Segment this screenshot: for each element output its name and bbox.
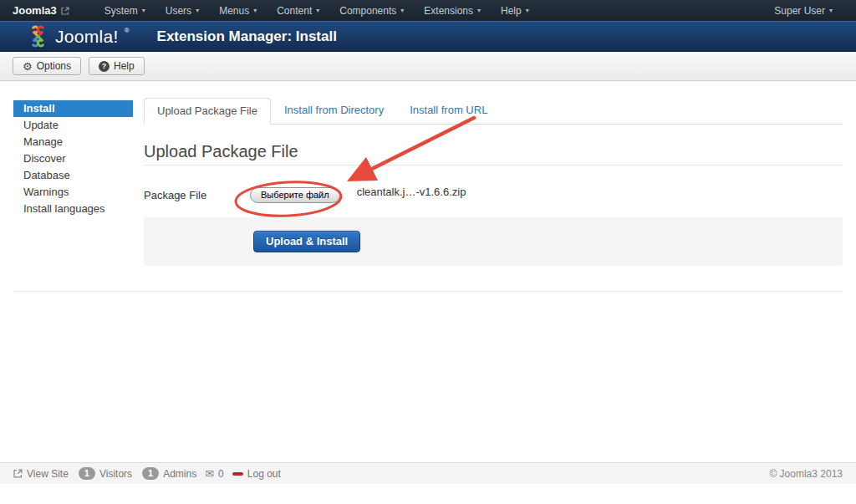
view-site-label: View Site: [27, 468, 69, 480]
status-bar: View Site 1 Visitors 1 Admins ✉ 0 Log ou…: [0, 462, 856, 484]
menu-menus[interactable]: Menus▾: [209, 0, 267, 21]
external-link-icon: [61, 7, 69, 15]
tab-bar: Upload Package File Install from Directo…: [144, 98, 843, 125]
admins-count-badge: 1: [142, 467, 159, 480]
help-button-label: Help: [114, 60, 135, 72]
toolbar: ⚙ Options ? Help: [0, 52, 856, 81]
logout-label: Log out: [247, 468, 281, 480]
package-file-row: Package File Выберите файл cleantalk.j…-…: [144, 187, 843, 203]
sidebar-item-database[interactable]: Database: [13, 167, 133, 184]
package-file-label: Package File: [144, 189, 250, 201]
menu-components[interactable]: Components▾: [329, 0, 414, 21]
caret-down-icon: ▾: [196, 8, 199, 14]
logout-icon: [232, 472, 243, 476]
caret-down-icon: ▾: [142, 8, 145, 14]
logout-link[interactable]: Log out: [232, 468, 281, 480]
menu-extensions[interactable]: Extensions▾: [414, 0, 491, 21]
external-link-icon: [13, 469, 23, 478]
logo-registered-mark: ®: [125, 27, 130, 34]
main-panel: Upload Package File Install from Directo…: [144, 98, 843, 266]
messages-count: 0: [218, 468, 224, 480]
choose-file-button[interactable]: Выберите файл: [250, 187, 340, 203]
help-icon: ?: [99, 61, 110, 72]
caret-down-icon: ▾: [526, 8, 529, 14]
sidebar-item-install-languages[interactable]: Install languages: [13, 201, 133, 217]
sidebar-item-update[interactable]: Update: [13, 117, 133, 134]
visitors-status: 1 Visitors: [79, 467, 132, 480]
form-actions: Upload & Install: [144, 217, 843, 266]
brand-label: Joomla3: [13, 4, 57, 17]
visitors-count-badge: 1: [79, 467, 95, 480]
logo-text: Joomla!: [55, 27, 119, 47]
messages-link[interactable]: ✉ 0: [205, 468, 224, 480]
visitors-label: Visitors: [99, 468, 132, 480]
tab-install-from-directory[interactable]: Install from Directory: [272, 98, 396, 125]
menu-system[interactable]: System▾: [94, 0, 155, 21]
menu-content[interactable]: Content▾: [267, 0, 329, 21]
joomla-logo-icon: [27, 25, 49, 48]
sidebar-item-discover[interactable]: Discover: [13, 150, 133, 167]
selected-file-name: cleantalk.j…-v1.6.6.zip: [357, 186, 466, 198]
gear-icon: ⚙: [23, 61, 33, 72]
admins-label: Admins: [163, 468, 196, 480]
content-bottom-divider: [13, 291, 843, 292]
menu-users[interactable]: Users▾: [155, 0, 209, 21]
upload-install-button[interactable]: Upload & Install: [253, 231, 360, 252]
options-button-label: Options: [37, 60, 71, 72]
options-button[interactable]: ⚙ Options: [13, 57, 81, 75]
joomla-logo: Joomla! ®: [27, 25, 130, 48]
tab-install-from-url[interactable]: Install from URL: [397, 98, 500, 125]
caret-down-icon: ▾: [477, 8, 481, 14]
content-area: Install Update Manage Discover Database …: [0, 81, 856, 266]
section-heading: Upload Package File: [144, 143, 843, 160]
user-menu[interactable]: Super User▾: [764, 0, 843, 21]
caret-down-icon: ▾: [400, 8, 404, 14]
help-button[interactable]: ? Help: [89, 57, 145, 75]
menu-help[interactable]: Help▾: [491, 0, 539, 21]
site-brand-link[interactable]: Joomla3: [13, 4, 69, 17]
sidebar-item-install[interactable]: Install: [13, 100, 133, 117]
caret-down-icon: ▾: [829, 8, 833, 14]
caret-down-icon: ▾: [316, 8, 319, 14]
caret-down-icon: ▾: [253, 8, 257, 14]
view-site-link[interactable]: View Site: [13, 468, 69, 480]
admin-menubar: Joomla3 System▾ Users▾ Menus▾ Content▾ C…: [0, 0, 856, 21]
heading-divider: [144, 165, 843, 165]
app-header: Joomla! ® Extension Manager: Install: [0, 21, 856, 52]
page-title: Extension Manager: Install: [157, 28, 337, 45]
admins-status: 1 Admins: [142, 467, 196, 480]
sidebar-nav: Install Update Manage Discover Database …: [13, 98, 133, 217]
sidebar-item-warnings[interactable]: Warnings: [13, 184, 133, 201]
tab-upload-package-file[interactable]: Upload Package File: [144, 98, 271, 125]
envelope-icon: ✉: [205, 468, 214, 479]
copyright-text: © Joomla3 2013: [769, 468, 843, 480]
sidebar-item-manage[interactable]: Manage: [13, 134, 133, 150]
